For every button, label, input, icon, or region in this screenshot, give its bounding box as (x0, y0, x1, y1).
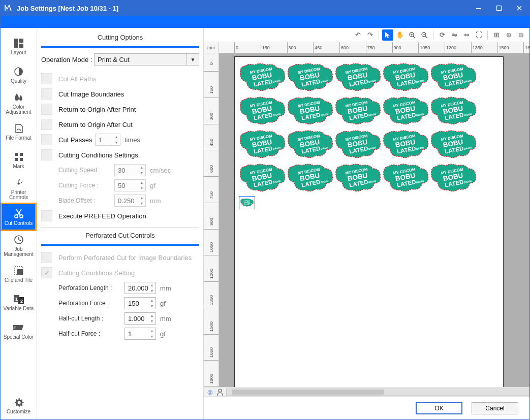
cut-passes-option[interactable]: Cut Passes 1 ▲▼ times (41, 132, 199, 147)
spin-up-icon[interactable]: ▲ (148, 328, 155, 334)
prefeed-option[interactable]: Execute PREFEED Operation (41, 208, 199, 223)
gear-icon (13, 396, 25, 408)
nested-sticker[interactable]: MY DISCOM BOBU LATED BRAIN (381, 129, 430, 160)
spin-down-icon[interactable]: ▼ (148, 334, 155, 339)
mirror-button[interactable]: ⇋ (449, 29, 460, 41)
fit-width-button[interactable]: ⇔ (461, 29, 472, 41)
checkbox[interactable] (41, 149, 52, 160)
nested-sticker[interactable]: MY DISCOM BOBU LATED BRAIN (429, 129, 478, 160)
cut-image-boundaries-option[interactable]: Cut Image Boundaries (41, 86, 199, 102)
nested-sticker[interactable]: MY DISCOM BOBU LATED BRAIN (238, 163, 287, 194)
sidebar-item-cut-controls[interactable]: Cut Controls (1, 203, 37, 231)
spin-down-icon[interactable]: ▼ (148, 318, 155, 324)
nested-sticker[interactable]: MY DISCOM BOBU LATED BRAIN (238, 129, 287, 160)
half-cut-force-input[interactable]: 1▲▼ (124, 328, 156, 340)
target-icon[interactable]: ◎ (206, 388, 214, 396)
settings-panel: Cutting Options Operation Mode : Print &… (37, 28, 204, 419)
zoom-out-button[interactable] (419, 29, 430, 41)
nested-sticker[interactable]: MY DISCOM BOBU LATED BRAIN (286, 95, 334, 127)
unit-label: cm/sec (150, 167, 171, 174)
rotate-button[interactable]: ⟳ (437, 29, 448, 41)
redo-button[interactable]: ↷ (364, 29, 376, 41)
cancel-button[interactable]: Cancel (472, 402, 518, 414)
nested-sticker[interactable]: MY DISCOM BOBU LATED BRAIN (333, 163, 382, 194)
undo-button[interactable]: ↶ (352, 29, 363, 41)
minimize-button[interactable] (469, 1, 489, 15)
close-button[interactable] (509, 1, 529, 15)
checkbox[interactable] (41, 104, 52, 115)
person-icon[interactable] (216, 388, 224, 396)
option-label: Perform Perforated Cut for Image Boundar… (58, 254, 192, 262)
spin-down-icon[interactable]: ▼ (148, 303, 155, 309)
return-origin-print-option[interactable]: Return to Origin After Print (41, 102, 199, 117)
scrollbar-thumb[interactable] (232, 390, 384, 395)
nested-sticker[interactable]: MY DISCOM BOBU LATED BRAIN (286, 129, 334, 160)
nested-sticker[interactable]: MY DISCOM BOBU LATED BRAIN (429, 62, 478, 93)
sidebar-item-special-color[interactable]: Special Color (1, 316, 37, 345)
sidebar-item-quality[interactable]: Quality (1, 60, 37, 89)
sidebar-item-job-management[interactable]: Job Management (1, 231, 37, 260)
sidebar-item-mark[interactable]: Mark (1, 146, 37, 174)
sidebar-item-label: Layout (11, 50, 26, 56)
nested-sticker[interactable]: MY DISCOM BOBU LATED BRAIN (333, 62, 382, 93)
preview-canvas[interactable]: MY DISCOM BOBU LATED BRAIN MY DISCOM BOB… (219, 53, 529, 387)
spin-down-icon[interactable]: ▼ (113, 140, 120, 145)
spin-up-icon[interactable]: ▲ (148, 282, 155, 288)
perforation-force-label: Perforation Force : (58, 300, 124, 307)
sidebar-item-clip-and-tile[interactable]: Clip and Tile (1, 260, 37, 288)
sidebar-item-file-format[interactable]: File Format (1, 117, 37, 146)
option-label: Cutting Conditions Settings (58, 151, 138, 159)
spin-down-icon[interactable]: ▼ (148, 288, 155, 294)
input-value: 30 (118, 167, 125, 174)
remove-button[interactable]: ⊖ (515, 29, 526, 41)
window-title: Job Settings [Nest Job 10/31 - 1] (17, 5, 469, 12)
zoom-in-button[interactable] (407, 29, 418, 41)
grid-button[interactable]: ⊞ (491, 29, 502, 41)
nested-sticker[interactable]: MY DISCOM BOBU LATED BRAIN (381, 95, 430, 127)
sidebar-item-printer-controls[interactable]: Printer Controls (1, 174, 37, 203)
sidebar-item-customize[interactable]: Customize (1, 391, 37, 419)
spin-up-icon[interactable]: ▲ (148, 298, 155, 303)
scrollbar-horizontal[interactable] (226, 389, 529, 396)
sidebar-item-color-adjustment[interactable]: Color Adjustment (1, 89, 37, 117)
nested-sticker[interactable]: MY DISCOM BOBU LATED BRAIN (238, 62, 287, 93)
nested-sticker[interactable]: MY DISCOM BOBU LATED BRAIN (429, 95, 478, 127)
checkbox[interactable] (41, 119, 52, 130)
fit-screen-button[interactable]: ⛶ (473, 29, 484, 41)
spin-up-icon[interactable]: ▲ (113, 134, 120, 140)
operation-mode-select[interactable]: Print & Cut ▼ (94, 53, 199, 66)
checkbox[interactable] (41, 88, 52, 100)
cutting-force-label: Cutting Force : (58, 182, 114, 189)
sidebar-item-layout[interactable]: Layout (1, 32, 37, 60)
option-label: Execute PREFEED Operation (58, 212, 146, 220)
sidebar-item-variable-data[interactable]: 12 Variable Data (1, 288, 37, 316)
nested-sticker[interactable]: MY DISCOM BOBU LATED BRAIN (429, 163, 478, 194)
return-origin-cut-option[interactable]: Return to Origin After Cut (41, 117, 199, 132)
svg-rect-2 (14, 39, 18, 48)
maximize-button[interactable] (489, 1, 509, 15)
checkbox[interactable] (41, 134, 52, 145)
nested-sticker[interactable]: MY DISCOM BOBU LATED BRAIN (286, 163, 334, 194)
perforation-force-input[interactable]: 150▲▼ (124, 297, 156, 309)
perforation-length-input[interactable]: 20.000▲▼ (124, 282, 156, 294)
ok-button[interactable]: OK (416, 402, 462, 414)
svg-text:1: 1 (15, 297, 18, 302)
nested-sticker[interactable]: MY DISCOM BOBU LATED BRAIN (238, 95, 287, 127)
pointer-tool[interactable] (382, 29, 393, 41)
checkbox[interactable] (41, 210, 52, 221)
unit-label: mm (160, 284, 171, 292)
sidebar-item-label: Mark (13, 164, 24, 170)
nested-sticker[interactable]: MY DISCOM BOBU LATED BRAIN (333, 95, 382, 127)
nested-sticker[interactable]: MY DISCOM BOBU LATED BRAIN (381, 163, 430, 194)
nested-sticker[interactable]: MY DISCOM BOBU LATED BRAIN (286, 62, 334, 93)
nested-sticker[interactable]: MY DISCOM BOBU LATED BRAIN (381, 62, 430, 93)
pan-tool[interactable]: ✋ (394, 29, 406, 41)
file-format-icon (13, 122, 25, 135)
color-icon (13, 91, 25, 104)
half-cut-length-input[interactable]: 1.000▲▼ (124, 312, 156, 325)
cutting-conditions-option[interactable]: Cutting Conditions Settings (41, 147, 199, 163)
nested-sticker[interactable]: MY DISCOM BOBU LATED BRAIN (333, 129, 382, 160)
add-button[interactable]: ⊕ (503, 29, 514, 41)
cut-passes-input[interactable]: 1 ▲▼ (95, 134, 120, 146)
spin-up-icon[interactable]: ▲ (148, 313, 155, 318)
